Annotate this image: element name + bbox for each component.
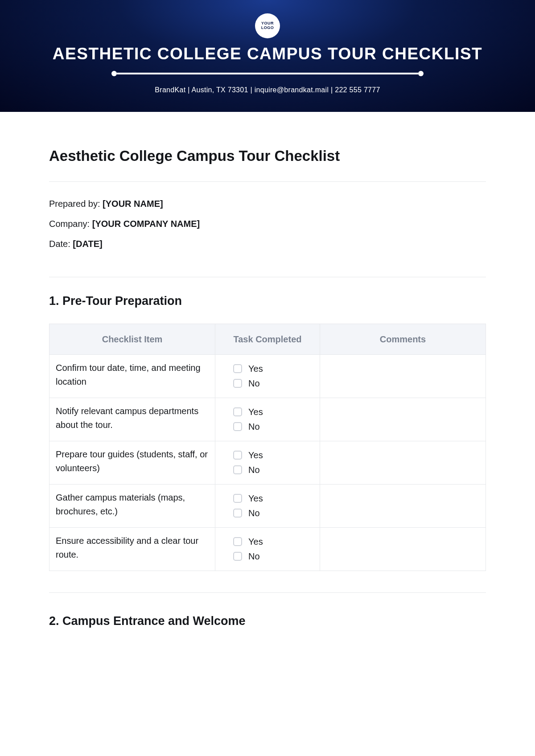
table-row: Ensure accessibility and a clear tour ro…	[49, 527, 486, 571]
divider-dot-right	[418, 71, 424, 76]
checklist-item-text: Notify relevant campus departments about…	[49, 398, 215, 441]
table-row: Gather campus materials (maps, brochures…	[49, 484, 486, 527]
checkbox-icon[interactable]	[233, 451, 242, 460]
option-no-label: No	[248, 420, 260, 434]
section-2-title: 2. Campus Entrance and Welcome	[49, 614, 486, 628]
field-date: Date: [DATE]	[49, 239, 486, 249]
checkbox-icon[interactable]	[233, 494, 242, 503]
col-header-item: Checklist Item	[49, 324, 215, 354]
option-yes-label: Yes	[248, 535, 263, 549]
task-completed-cell: YesNo	[215, 441, 320, 484]
date-value: [DATE]	[73, 239, 102, 249]
task-completed-cell: YesNo	[215, 354, 320, 398]
field-company: Company: [YOUR COMPANY NAME]	[49, 219, 486, 229]
divider	[49, 181, 486, 182]
header-title: AESTHETIC COLLEGE CAMPUS TOUR CHECKLIST	[18, 45, 517, 64]
option-no[interactable]: No	[233, 420, 313, 434]
col-header-comments: Comments	[320, 324, 486, 354]
checklist-item-text: Gather campus materials (maps, brochures…	[49, 484, 215, 527]
option-no-label: No	[248, 506, 260, 520]
comments-cell[interactable]	[320, 354, 486, 398]
checklist-item-text: Confirm tour date, time, and meeting loc…	[49, 354, 215, 398]
checkbox-icon[interactable]	[233, 379, 242, 388]
company-label: Company:	[49, 219, 92, 229]
option-yes[interactable]: Yes	[233, 448, 313, 462]
option-yes[interactable]: Yes	[233, 492, 313, 505]
document-title: Aesthetic College Campus Tour Checklist	[49, 148, 486, 164]
option-no[interactable]: No	[233, 506, 313, 520]
option-no-label: No	[248, 550, 260, 563]
company-value: [YOUR COMPANY NAME]	[92, 219, 200, 229]
comments-cell[interactable]	[320, 441, 486, 484]
header-contact: BrandKat | Austin, TX 73301 | inquire@br…	[18, 86, 517, 94]
checklist-item-text: Prepare tour guides (students, staff, or…	[49, 441, 215, 484]
col-header-task: Task Completed	[215, 324, 320, 354]
date-label: Date:	[49, 239, 73, 249]
comments-cell[interactable]	[320, 398, 486, 441]
document-header: YOURLOGO AESTHETIC COLLEGE CAMPUS TOUR C…	[0, 0, 535, 112]
task-completed-cell: YesNo	[215, 527, 320, 571]
table-row: Notify relevant campus departments about…	[49, 398, 486, 441]
checkbox-icon[interactable]	[233, 552, 242, 561]
option-yes-label: Yes	[248, 405, 263, 419]
option-yes-label: Yes	[248, 448, 263, 462]
checkbox-icon[interactable]	[233, 465, 242, 474]
checkbox-icon[interactable]	[233, 537, 242, 546]
option-yes[interactable]: Yes	[233, 405, 313, 419]
divider	[49, 592, 486, 593]
divider	[49, 277, 486, 277]
document-body: Aesthetic College Campus Tour Checklist …	[0, 112, 535, 670]
checklist-item-text: Ensure accessibility and a clear tour ro…	[49, 527, 215, 571]
logo-placeholder: YOURLOGO	[255, 13, 280, 38]
option-no-label: No	[248, 463, 260, 477]
comments-cell[interactable]	[320, 527, 486, 571]
option-yes[interactable]: Yes	[233, 362, 313, 376]
table-row: Prepare tour guides (students, staff, or…	[49, 441, 486, 484]
option-no[interactable]: No	[233, 463, 313, 477]
header-divider	[111, 71, 424, 76]
divider-dot-left	[111, 71, 117, 76]
option-no-label: No	[248, 377, 260, 390]
comments-cell[interactable]	[320, 484, 486, 527]
prepared-by-label: Prepared by:	[49, 199, 103, 209]
prepared-by-value: [YOUR NAME]	[103, 199, 163, 209]
option-no[interactable]: No	[233, 377, 313, 390]
checkbox-icon[interactable]	[233, 509, 242, 518]
option-no[interactable]: No	[233, 550, 313, 563]
section-1-title: 1. Pre-Tour Preparation	[49, 294, 486, 308]
task-completed-cell: YesNo	[215, 484, 320, 527]
divider-line	[117, 73, 418, 74]
checklist-table-1: Checklist Item Task Completed Comments C…	[49, 324, 486, 571]
task-completed-cell: YesNo	[215, 398, 320, 441]
field-prepared-by: Prepared by: [YOUR NAME]	[49, 199, 486, 209]
option-yes[interactable]: Yes	[233, 535, 313, 549]
option-yes-label: Yes	[248, 362, 263, 376]
checkbox-icon[interactable]	[233, 407, 242, 416]
option-yes-label: Yes	[248, 492, 263, 505]
table-row: Confirm tour date, time, and meeting loc…	[49, 354, 486, 398]
checkbox-icon[interactable]	[233, 422, 242, 431]
checkbox-icon[interactable]	[233, 364, 242, 373]
